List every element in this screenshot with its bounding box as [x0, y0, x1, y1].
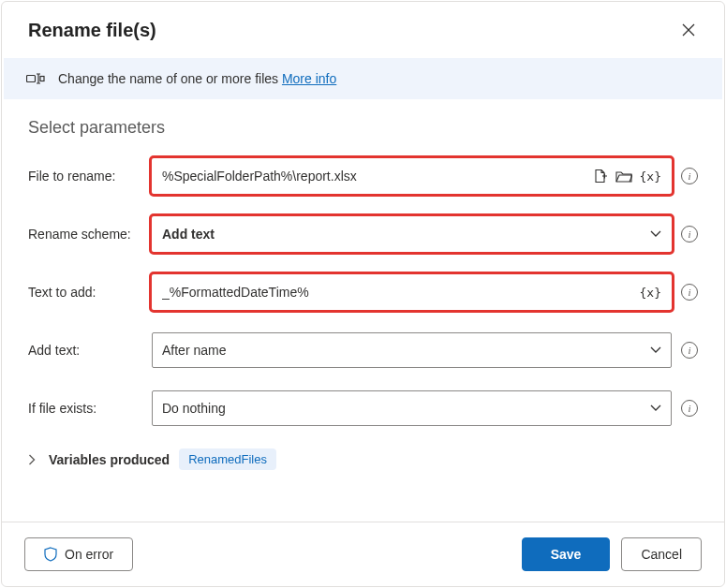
- info-icon[interactable]: i: [681, 226, 698, 243]
- add-text-select[interactable]: After name: [152, 332, 672, 368]
- variable-chip-renamedfiles[interactable]: RenamedFiles: [179, 448, 276, 470]
- variable-picker-icon[interactable]: {x}: [640, 169, 661, 184]
- cancel-label: Cancel: [641, 547, 682, 562]
- dialog-header: Rename file(s): [2, 2, 724, 52]
- dialog-footer: On error Save Cancel: [2, 522, 724, 586]
- rename-files-dialog: Rename file(s) Change the name of one or…: [1, 1, 725, 587]
- chevron-down-icon: [650, 230, 661, 238]
- add-text-value: After name: [162, 343, 650, 358]
- save-label: Save: [551, 547, 582, 562]
- file-to-rename-value: %SpecialFolderPath%\report.xlsx: [162, 169, 587, 184]
- rename-scheme-select[interactable]: Add text: [152, 216, 672, 252]
- variables-produced-label: Variables produced: [49, 452, 170, 467]
- rename-icon: [26, 71, 45, 86]
- label-rename-scheme: Rename scheme:: [28, 227, 152, 242]
- row-rename-scheme: Rename scheme: Add text i: [28, 216, 698, 252]
- on-error-button[interactable]: On error: [24, 537, 133, 571]
- text-to-add-value: _%FormattedDateTime%: [162, 285, 634, 300]
- variables-produced-row[interactable]: Variables produced RenamedFiles: [28, 448, 698, 470]
- row-add-text: Add text: After name i: [28, 332, 698, 368]
- chevron-down-icon: [650, 404, 661, 412]
- if-file-exists-select[interactable]: Do nothing: [152, 390, 672, 426]
- label-if-file-exists: If file exists:: [28, 401, 152, 416]
- shield-icon: [44, 547, 57, 562]
- banner-text-wrap: Change the name of one or more files Mor…: [58, 71, 336, 86]
- dialog-title: Rename file(s): [28, 20, 156, 41]
- select-file-icon[interactable]: [593, 169, 608, 184]
- chevron-down-icon: [650, 346, 661, 354]
- more-info-link[interactable]: More info: [282, 71, 336, 86]
- close-icon: [682, 23, 695, 37]
- section-title: Select parameters: [28, 118, 698, 138]
- text-to-add-input[interactable]: _%FormattedDateTime% {x}: [152, 274, 672, 310]
- info-icon[interactable]: i: [681, 284, 698, 301]
- banner-text: Change the name of one or more files: [58, 71, 282, 86]
- parameters-section: Select parameters File to rename: %Speci…: [2, 99, 724, 522]
- variable-picker-icon[interactable]: {x}: [640, 286, 661, 300]
- info-icon[interactable]: i: [681, 400, 698, 417]
- info-icon[interactable]: i: [681, 168, 698, 184]
- close-button[interactable]: [675, 17, 702, 43]
- browse-folder-icon[interactable]: [615, 169, 632, 183]
- file-to-rename-input[interactable]: %SpecialFolderPath%\report.xlsx {x}: [152, 158, 672, 194]
- rename-scheme-value: Add text: [162, 227, 650, 242]
- cancel-button[interactable]: Cancel: [621, 537, 702, 571]
- if-file-exists-value: Do nothing: [162, 401, 650, 416]
- label-text-to-add: Text to add:: [28, 285, 152, 300]
- on-error-label: On error: [65, 547, 113, 562]
- label-add-text: Add text:: [28, 343, 152, 358]
- label-file-to-rename: File to rename:: [28, 169, 152, 184]
- info-banner: Change the name of one or more files Mor…: [4, 58, 722, 99]
- svg-rect-0: [27, 76, 36, 82]
- svg-rect-1: [40, 77, 44, 81]
- chevron-right-icon: [28, 454, 36, 465]
- row-file-to-rename: File to rename: %SpecialFolderPath%\repo…: [28, 158, 698, 194]
- save-button[interactable]: Save: [522, 537, 611, 571]
- row-if-file-exists: If file exists: Do nothing i: [28, 390, 698, 426]
- info-icon[interactable]: i: [681, 342, 698, 359]
- row-text-to-add: Text to add: _%FormattedDateTime% {x} i: [28, 274, 698, 310]
